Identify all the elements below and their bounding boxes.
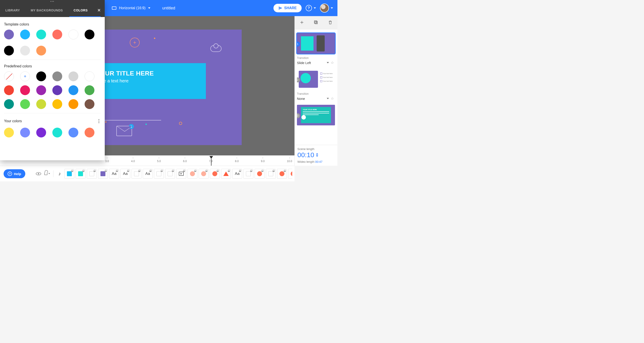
transition-select[interactable]: Slide Left (297, 61, 329, 65)
color-swatch[interactable] (52, 71, 62, 81)
timeline-clip[interactable] (154, 169, 164, 179)
music-button[interactable]: ♪ (56, 171, 63, 177)
chevron-up-icon[interactable] (316, 153, 318, 154)
color-swatch[interactable] (68, 99, 78, 109)
duplicate-scene-button[interactable] (312, 19, 320, 27)
color-swatch[interactable] (52, 30, 62, 40)
scene-length-value[interactable]: 00:10 (298, 151, 314, 159)
color-swatch[interactable] (36, 30, 46, 40)
timeline-left-controls: ♪ (36, 170, 63, 177)
color-swatch[interactable] (84, 99, 94, 109)
playhead[interactable] (210, 156, 213, 159)
your-colors-menu-button[interactable] (97, 118, 101, 125)
chevron-down-icon (48, 173, 50, 174)
timeline-clip[interactable] (76, 169, 86, 179)
add-element-button[interactable]: + (130, 38, 140, 48)
timeline-clip[interactable] (288, 169, 292, 179)
timeline-clip[interactable] (64, 169, 74, 179)
color-swatch[interactable] (52, 128, 62, 137)
scene-item[interactable]: 1 (295, 31, 338, 56)
lock-icon (72, 169, 74, 172)
share-button[interactable]: SHARE (274, 4, 302, 12)
mail-icon[interactable]: 1 (116, 126, 132, 136)
help-menu[interactable]: ? (306, 5, 316, 11)
scene-item[interactable]: 3 YOUR TITLE HERE (295, 103, 338, 127)
scene-thumbnail-1[interactable]: 1 (297, 33, 335, 54)
lock-selector[interactable] (44, 172, 50, 175)
delete-scene-button[interactable] (326, 19, 334, 27)
color-swatch[interactable] (84, 128, 94, 137)
timeline-clip[interactable]: Aa (120, 169, 130, 179)
scene-thumbnail-3[interactable]: 3 YOUR TITLE HERE (297, 105, 335, 125)
panel-drag-handle[interactable]: ••• (0, 0, 105, 4)
timeline-clip[interactable]: Aa (143, 169, 152, 179)
timeline-clip[interactable] (87, 169, 97, 179)
timeline-clip[interactable]: Aa (232, 169, 242, 179)
color-swatch[interactable] (20, 128, 30, 137)
account-menu[interactable] (320, 4, 333, 13)
color-swatch[interactable] (68, 128, 78, 137)
color-swatch[interactable] (68, 71, 78, 81)
color-swatch[interactable] (68, 30, 78, 40)
document-title[interactable]: untitled (162, 6, 175, 11)
timeline-clip[interactable] (266, 169, 276, 179)
color-swatch[interactable] (36, 128, 46, 137)
color-swatch[interactable] (36, 99, 46, 109)
color-swatch[interactable] (52, 99, 62, 109)
transition-label: Transition (297, 57, 335, 60)
close-panel-button[interactable]: ✕ (97, 8, 101, 13)
timeline-clip[interactable] (165, 169, 175, 179)
timeline-clip[interactable] (221, 169, 231, 179)
tab-my-backgrounds[interactable]: MY BACKGROUNDS (25, 4, 68, 17)
color-swatch[interactable] (52, 85, 62, 95)
color-swatch[interactable] (20, 46, 30, 56)
timeline-clip[interactable] (98, 169, 108, 179)
color-swatch[interactable] (20, 99, 30, 109)
cloud-icon[interactable] (210, 45, 222, 52)
color-swatch[interactable] (4, 71, 14, 81)
title-text-block[interactable]: YOUR TITLE HERE Write a text here (90, 63, 206, 99)
ruler-tick: 8.0 (235, 160, 239, 163)
favorite-transition-button[interactable]: ☆ (331, 61, 335, 65)
decorative-dot (154, 38, 155, 39)
scene-length-stepper[interactable] (316, 153, 318, 157)
color-swatch[interactable]: + (20, 71, 30, 81)
color-swatch[interactable] (84, 85, 94, 95)
color-swatch[interactable] (84, 30, 94, 40)
help-button[interactable]: ? Help (4, 169, 25, 178)
timeline-clip[interactable] (244, 169, 253, 179)
timeline-clip[interactable] (277, 169, 287, 179)
scene-item[interactable]: 2 Your text hereYour text hereYour text … (295, 67, 338, 91)
svg-rect-1 (314, 21, 317, 23)
color-swatch[interactable] (4, 128, 14, 137)
add-scene-button[interactable] (298, 19, 306, 27)
timeline-clip[interactable] (188, 169, 197, 179)
color-swatch[interactable] (4, 30, 14, 40)
color-swatch[interactable] (20, 85, 30, 95)
chevron-down-icon[interactable] (316, 155, 318, 157)
timeline-clip[interactable] (210, 169, 220, 179)
color-swatch[interactable] (4, 85, 14, 95)
visibility-toggle[interactable] (36, 172, 41, 175)
color-swatch[interactable] (20, 30, 30, 40)
aspect-ratio-selector[interactable]: Horizontal (16:9) (112, 6, 150, 10)
favorite-transition-button[interactable]: ☆ (331, 96, 335, 101)
timeline-clip[interactable]: Aa (109, 169, 119, 179)
color-swatch[interactable] (36, 71, 46, 81)
tab-library[interactable]: LIBRARY (0, 4, 25, 17)
transition-select[interactable]: None (297, 97, 329, 101)
tab-colors[interactable]: COLORS (68, 4, 93, 17)
timeline-clip[interactable] (199, 169, 208, 179)
color-swatch[interactable] (36, 85, 46, 95)
slide-subtitle[interactable]: Write a text here (96, 78, 200, 84)
color-swatch[interactable] (84, 71, 94, 81)
timeline-clip[interactable] (176, 169, 186, 179)
color-swatch[interactable] (68, 85, 78, 95)
color-swatch[interactable] (36, 46, 46, 56)
color-swatch[interactable] (4, 46, 14, 56)
scene-thumbnail-2[interactable]: 2 Your text hereYour text hereYour text … (297, 69, 335, 90)
timeline-clip[interactable] (132, 169, 142, 179)
slide-title[interactable]: YOUR TITLE HERE (96, 70, 200, 77)
timeline-clip[interactable] (255, 169, 264, 179)
color-swatch[interactable] (4, 99, 14, 109)
